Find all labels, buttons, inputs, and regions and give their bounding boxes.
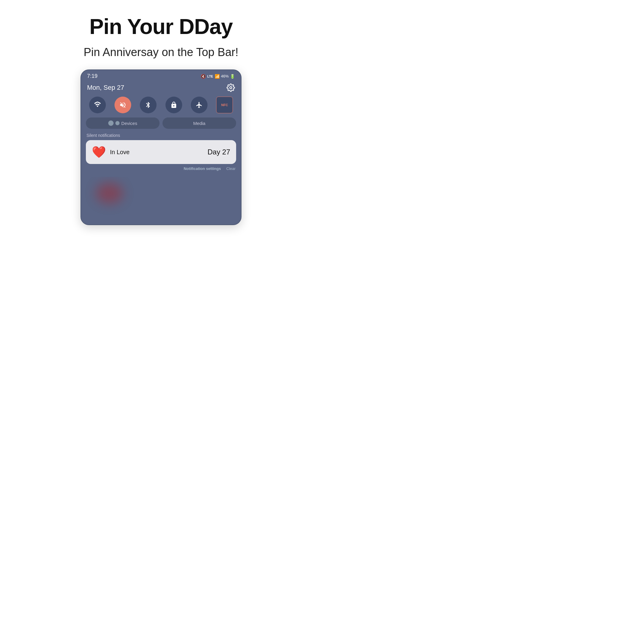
settings-icon[interactable] — [227, 83, 235, 92]
devices-media-row: Devices Media — [86, 117, 236, 129]
notification-footer: Notification settings Clear — [86, 166, 236, 171]
svg-point-0 — [230, 87, 232, 89]
airplane-toggle[interactable] — [191, 97, 208, 113]
mute-icon: 🔇 — [201, 74, 206, 79]
status-bar: 7:19 🔇 LTE 📶 46% 🔋 — [81, 70, 241, 81]
notification-left: ❤️ In Love — [92, 145, 130, 159]
notification-settings-button[interactable]: Notification settings — [184, 166, 221, 171]
media-button[interactable]: Media — [162, 117, 236, 129]
silent-notifications-label: Silent notifications — [86, 133, 236, 138]
quick-toggles: NFC — [86, 97, 236, 113]
status-time: 7:19 — [87, 73, 97, 79]
media-label: Media — [193, 121, 205, 126]
battery-icon: 🔋 — [230, 74, 235, 79]
notification-app-name: In Love — [110, 149, 130, 156]
heart-icon: ❤️ — [92, 145, 106, 159]
notification-card[interactable]: ❤️ In Love Day 27 — [86, 140, 236, 164]
bluetooth-toggle[interactable] — [140, 97, 157, 113]
page-subtitle: Pin Anniversay on the Top Bar! — [84, 46, 239, 59]
screen-lock-toggle[interactable] — [165, 97, 182, 113]
blur-blob — [96, 183, 123, 204]
lte-icon: LTE — [207, 75, 213, 78]
page-title: Pin Your DDay — [89, 14, 233, 39]
notification-panel: Mon, Sep 27 — [81, 81, 241, 177]
wifi-toggle[interactable] — [89, 97, 106, 113]
nfc-toggle[interactable]: NFC — [216, 97, 233, 113]
date-display: Mon, Sep 27 — [87, 84, 124, 92]
notification-clear-button[interactable]: Clear — [226, 166, 236, 171]
signal-icon: 📶 — [215, 74, 220, 79]
devices-label: Devices — [121, 121, 137, 126]
battery-text: 46% — [221, 74, 229, 78]
phone-mockup: 7:19 🔇 LTE 📶 46% 🔋 Mon, Sep 27 — [81, 69, 241, 225]
date-row: Mon, Sep 27 — [86, 81, 236, 97]
devices-button[interactable]: Devices — [86, 117, 160, 129]
status-icons: 🔇 LTE 📶 46% 🔋 — [201, 74, 235, 79]
blurred-area — [81, 177, 241, 225]
mute-toggle[interactable] — [114, 97, 131, 113]
notification-day: Day 27 — [208, 148, 230, 156]
